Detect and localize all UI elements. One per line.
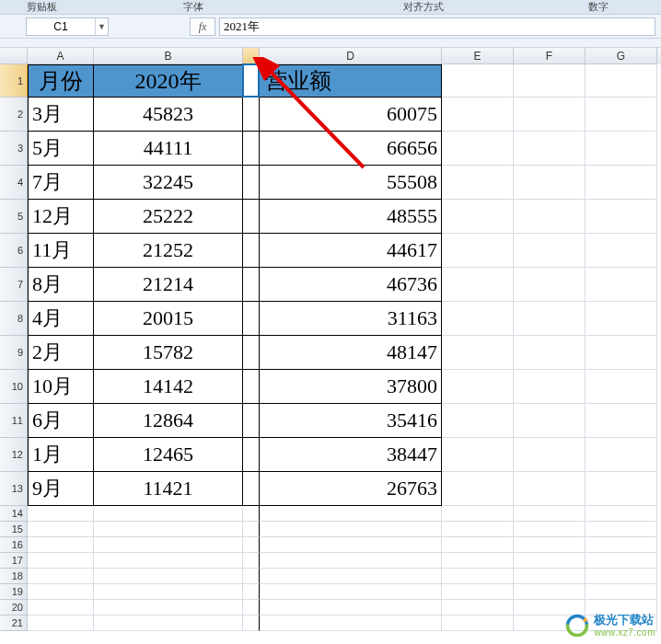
cell-F2[interactable] bbox=[514, 98, 586, 132]
cell-C21[interactable] bbox=[243, 615, 260, 631]
cell-C5[interactable] bbox=[243, 200, 260, 234]
cell-A10[interactable]: 10月 bbox=[28, 370, 94, 404]
cell-C14[interactable] bbox=[243, 506, 260, 522]
cell-E2[interactable] bbox=[442, 98, 514, 132]
cell-F13[interactable] bbox=[514, 472, 586, 506]
row-header-17[interactable]: 17 bbox=[0, 553, 28, 569]
col-header-B[interactable]: B bbox=[94, 48, 243, 64]
cell-D18[interactable] bbox=[260, 569, 442, 584]
cell-A2[interactable]: 3月 bbox=[28, 98, 94, 132]
row-header-21[interactable]: 21 bbox=[0, 615, 28, 631]
cell-D19[interactable] bbox=[260, 584, 442, 600]
cell-F16[interactable] bbox=[514, 537, 586, 553]
cell-C12[interactable] bbox=[243, 438, 260, 472]
cell-D10[interactable]: 37800 bbox=[260, 370, 442, 404]
row-header-20[interactable]: 20 bbox=[0, 600, 28, 615]
cell-E17[interactable] bbox=[442, 553, 514, 569]
cell-C3[interactable] bbox=[243, 132, 260, 166]
cell-B13[interactable]: 11421 bbox=[94, 472, 243, 506]
cell-G13[interactable] bbox=[586, 472, 657, 506]
cell-B21[interactable] bbox=[94, 615, 243, 631]
cell-E12[interactable] bbox=[442, 438, 514, 472]
cell-E8[interactable] bbox=[442, 302, 514, 336]
cell-F8[interactable] bbox=[514, 302, 586, 336]
cell-F5[interactable] bbox=[514, 200, 586, 234]
cell-C9[interactable] bbox=[243, 336, 260, 370]
cell-D6[interactable]: 44617 bbox=[260, 234, 442, 268]
cell-F3[interactable] bbox=[514, 132, 586, 166]
cell-C13[interactable] bbox=[243, 472, 260, 506]
cell-G11[interactable] bbox=[586, 404, 657, 438]
col-header-A[interactable]: A bbox=[28, 48, 94, 64]
cell-A14[interactable] bbox=[28, 506, 94, 522]
row-header-18[interactable]: 18 bbox=[0, 569, 28, 584]
cell-E14[interactable] bbox=[442, 506, 514, 522]
cell-B20[interactable] bbox=[94, 600, 243, 615]
cell-E9[interactable] bbox=[442, 336, 514, 370]
row-header-1[interactable]: 1 bbox=[0, 64, 28, 98]
cell-C2[interactable] bbox=[243, 98, 260, 132]
cell-D15[interactable] bbox=[260, 522, 442, 537]
cell-F1[interactable] bbox=[514, 64, 586, 98]
cell-D13[interactable]: 26763 bbox=[260, 472, 442, 506]
insert-function-button[interactable]: fx bbox=[190, 17, 215, 36]
cell-C10[interactable] bbox=[243, 370, 260, 404]
cell-G17[interactable] bbox=[586, 553, 657, 569]
cell-C17[interactable] bbox=[243, 553, 260, 569]
cell-A12[interactable]: 1月 bbox=[28, 438, 94, 472]
cell-D7[interactable]: 46736 bbox=[260, 268, 442, 302]
row-header-14[interactable]: 14 bbox=[0, 506, 28, 522]
cell-B17[interactable] bbox=[94, 553, 243, 569]
cell-G7[interactable] bbox=[586, 268, 657, 302]
cell-D11[interactable]: 35416 bbox=[260, 404, 442, 438]
cell-A17[interactable] bbox=[28, 553, 94, 569]
cell-E1[interactable] bbox=[442, 64, 514, 98]
cell-D16[interactable] bbox=[260, 537, 442, 553]
cell-A9[interactable]: 2月 bbox=[28, 336, 94, 370]
name-box[interactable]: C1 ▼ bbox=[26, 17, 109, 36]
cell-A6[interactable]: 11月 bbox=[28, 234, 94, 268]
cell-A21[interactable] bbox=[28, 615, 94, 631]
col-header-E[interactable]: E bbox=[442, 48, 514, 64]
cell-F12[interactable] bbox=[514, 438, 586, 472]
cell-A20[interactable] bbox=[28, 600, 94, 615]
cell-F18[interactable] bbox=[514, 569, 586, 584]
cell-B2[interactable]: 45823 bbox=[94, 98, 243, 132]
select-all-corner[interactable] bbox=[0, 48, 28, 64]
cell-B14[interactable] bbox=[94, 506, 243, 522]
cell-D20[interactable] bbox=[260, 600, 442, 615]
cell-B6[interactable]: 21252 bbox=[94, 234, 243, 268]
cell-G10[interactable] bbox=[586, 370, 657, 404]
row-header-5[interactable]: 5 bbox=[0, 200, 28, 234]
col-header-C[interactable] bbox=[243, 48, 260, 64]
cell-A18[interactable] bbox=[28, 569, 94, 584]
cell-F6[interactable] bbox=[514, 234, 586, 268]
cell-A7[interactable]: 8月 bbox=[28, 268, 94, 302]
cell-C19[interactable] bbox=[243, 584, 260, 600]
cell-G4[interactable] bbox=[586, 166, 657, 200]
cell-E4[interactable] bbox=[442, 166, 514, 200]
cell-D14[interactable] bbox=[260, 506, 442, 522]
cell-D9[interactable]: 48147 bbox=[260, 336, 442, 370]
cell-E10[interactable] bbox=[442, 370, 514, 404]
cell-D3[interactable]: 66656 bbox=[260, 132, 442, 166]
cell-B11[interactable]: 12864 bbox=[94, 404, 243, 438]
cell-C11[interactable] bbox=[243, 404, 260, 438]
row-header-11[interactable]: 11 bbox=[0, 404, 28, 438]
cell-C20[interactable] bbox=[243, 600, 260, 615]
cell-D2[interactable]: 60075 bbox=[260, 98, 442, 132]
row-header-3[interactable]: 3 bbox=[0, 132, 28, 166]
cell-E19[interactable] bbox=[442, 584, 514, 600]
cell-D8[interactable]: 31163 bbox=[260, 302, 442, 336]
cell-C7[interactable] bbox=[243, 268, 260, 302]
cell-D5[interactable]: 48555 bbox=[260, 200, 442, 234]
cell-E15[interactable] bbox=[442, 522, 514, 537]
cell-C15[interactable] bbox=[243, 522, 260, 537]
cell-E13[interactable] bbox=[442, 472, 514, 506]
cell-G15[interactable] bbox=[586, 522, 657, 537]
cell-E6[interactable] bbox=[442, 234, 514, 268]
cell-E7[interactable] bbox=[442, 268, 514, 302]
cell-E18[interactable] bbox=[442, 569, 514, 584]
cell-B16[interactable] bbox=[94, 537, 243, 553]
row-header-4[interactable]: 4 bbox=[0, 166, 28, 200]
